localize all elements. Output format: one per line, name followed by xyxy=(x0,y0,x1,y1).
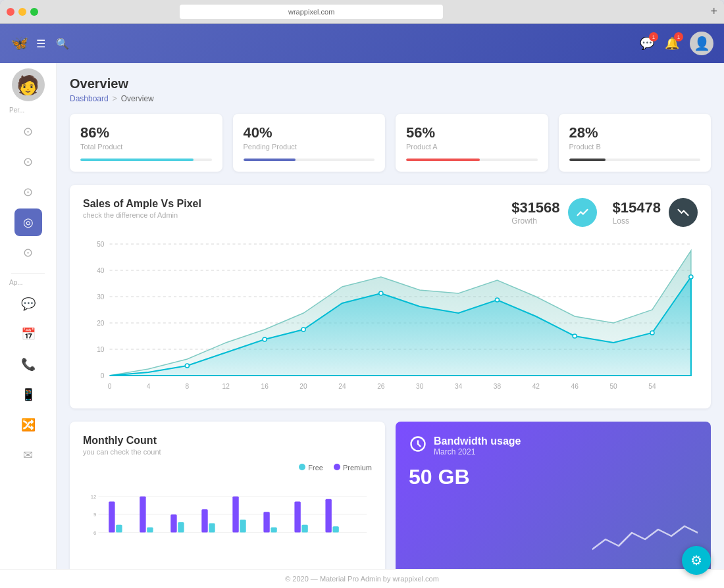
breadcrumb-dashboard[interactable]: Dashboard xyxy=(70,94,109,103)
sidebar-item-clock1[interactable]: ⊙ xyxy=(14,118,42,145)
page-title: Overview xyxy=(70,76,711,91)
sidebar-item-transfer[interactable]: 🔀 xyxy=(14,411,42,439)
svg-text:20: 20 xyxy=(299,383,307,390)
sidebar-item-calendar[interactable]: 📅 xyxy=(14,320,42,348)
stat-card-product-b: 28% Product B xyxy=(559,114,711,172)
sidebar-apps: 💬 📅 📞 📱 🔀 ✉ xyxy=(0,289,56,470)
bandwidth-icon xyxy=(409,435,427,457)
stat-label-b: Product B xyxy=(569,143,701,151)
bandwidth-title-area: Bandwidth usage March 2021 xyxy=(434,435,521,456)
stat-percent-a: 56% xyxy=(406,124,538,141)
monthly-subtitle: you can check the count xyxy=(83,448,372,456)
stat-percent-total: 86% xyxy=(80,124,212,141)
svg-rect-47 xyxy=(147,527,153,533)
breadcrumb-overview: Overview xyxy=(121,94,154,103)
svg-text:9: 9 xyxy=(93,512,96,518)
sidebar-avatar: 🧑 xyxy=(12,68,45,101)
svg-text:24: 24 xyxy=(338,383,346,390)
sidebar-item-clock4[interactable]: ⊙ xyxy=(14,239,42,266)
nav-logo: 🦋 xyxy=(11,35,28,52)
notifications-button[interactable]: 🔔 1 xyxy=(665,36,679,51)
stat-bar-fill-pending xyxy=(244,159,296,161)
area-chart: 0 10 20 30 40 50 60 0 4 8 12 1 xyxy=(83,237,698,395)
svg-text:50: 50 xyxy=(609,383,617,390)
svg-text:10: 10 xyxy=(97,346,105,353)
nav-right: 💬 1 🔔 1 👤 xyxy=(640,32,713,55)
bandwidth-title: Bandwidth usage xyxy=(434,435,521,447)
svg-rect-57 xyxy=(301,525,307,533)
stat-label-pending: Pending Product xyxy=(244,143,375,151)
svg-line-62 xyxy=(418,444,421,447)
legend-free: Free xyxy=(299,464,323,472)
loss-icon[interactable] xyxy=(669,198,698,227)
stat-card-total-product: 86% Total Product xyxy=(70,114,222,172)
maximize-dot[interactable] xyxy=(30,8,38,16)
sidebar-item-phone2[interactable]: 📱 xyxy=(14,381,42,408)
bandwidth-date: March 2021 xyxy=(434,447,521,456)
sidebar-item-phone1[interactable]: 📞 xyxy=(14,351,42,378)
bandwidth-value: 50 GB xyxy=(409,465,698,489)
messages-badge: 1 xyxy=(649,32,658,41)
svg-text:46: 46 xyxy=(571,383,579,390)
sidebar-item-clock3[interactable]: ⊙ xyxy=(14,178,42,206)
svg-text:20: 20 xyxy=(97,320,105,327)
avatar[interactable]: 👤 xyxy=(690,32,713,55)
notifications-badge: 1 xyxy=(674,32,683,41)
svg-point-33 xyxy=(379,291,383,295)
svg-rect-46 xyxy=(140,497,145,533)
svg-rect-56 xyxy=(294,502,300,533)
stat-card-product-a: 56% Product A xyxy=(396,114,548,172)
browser-toolbar: wrappixel.com + xyxy=(0,0,724,24)
sidebar-item-active[interactable]: ◎ xyxy=(14,208,42,236)
monthly-bar-chart: 6 9 12 xyxy=(83,477,372,562)
svg-rect-54 xyxy=(263,512,269,532)
stat-label-total: Total Product xyxy=(80,143,212,151)
sidebar-item-clock2[interactable]: ⊙ xyxy=(14,148,42,176)
browser-window: wrappixel.com + 🦋 ☰ 🔍 💬 1 🔔 1 👤 xyxy=(0,0,724,588)
settings-fab[interactable]: ⚙ xyxy=(682,546,711,575)
sidebar-divider xyxy=(11,273,45,274)
messages-button[interactable]: 💬 1 xyxy=(640,36,654,51)
new-tab-button[interactable]: + xyxy=(710,5,717,18)
svg-point-35 xyxy=(573,334,577,338)
chart-stat-loss: $15478 Loss xyxy=(613,198,698,227)
minimize-dot[interactable] xyxy=(18,8,26,16)
svg-text:30: 30 xyxy=(97,293,105,301)
svg-text:0: 0 xyxy=(101,372,105,380)
monthly-count-card: Monthly Count you can check the count Fr… xyxy=(70,422,385,569)
loss-label: Loss xyxy=(613,216,661,226)
svg-rect-44 xyxy=(109,502,115,533)
svg-rect-58 xyxy=(325,499,331,533)
chart-subtitle: check the difference of Admin xyxy=(83,211,511,219)
monthly-legend-area: Free Premium xyxy=(83,464,372,477)
chart-section: Sales of Ample Vs Pixel check the differ… xyxy=(70,185,711,408)
bandwidth-card: Bandwidth usage March 2021 50 GB xyxy=(396,422,711,569)
svg-text:50: 50 xyxy=(97,241,105,248)
svg-text:8: 8 xyxy=(186,383,190,390)
chart-title-area: Sales of Ample Vs Pixel check the differ… xyxy=(83,198,511,219)
growth-icon[interactable] xyxy=(568,198,597,227)
stat-card-pending: 40% Pending Product xyxy=(233,114,386,172)
chart-title: Sales of Ample Vs Pixel xyxy=(83,198,511,210)
hamburger-icon[interactable]: ☰ xyxy=(36,37,45,50)
svg-rect-59 xyxy=(332,526,338,532)
svg-rect-49 xyxy=(178,522,184,533)
sidebar-user-label: Per... xyxy=(0,107,24,114)
svg-text:34: 34 xyxy=(455,383,463,390)
top-navbar: 🦋 ☰ 🔍 💬 1 🔔 1 👤 xyxy=(0,24,724,63)
svg-rect-52 xyxy=(232,497,238,533)
loss-value: $15478 xyxy=(613,199,661,216)
svg-text:40: 40 xyxy=(97,267,105,274)
close-dot[interactable] xyxy=(7,8,14,16)
stat-bar-fill-a xyxy=(406,159,480,161)
footer-text: © 2020 — Material Pro Admin by wrappixel… xyxy=(285,575,439,583)
svg-text:54: 54 xyxy=(648,383,656,390)
sidebar-item-chat[interactable]: 💬 xyxy=(14,290,42,318)
sidebar: 🧑 Per... ⊙ ⊙ ⊙ ◎ ⊙ Ap... 💬 📅 📞 📱 🔀 xyxy=(0,63,57,569)
search-icon[interactable]: 🔍 xyxy=(56,37,69,50)
url-bar[interactable]: wrappixel.com xyxy=(180,5,443,19)
legend-dot-premium xyxy=(334,464,340,470)
stat-bar-b xyxy=(569,159,701,161)
chart-stats: $31568 Growth $15478 Loss xyxy=(511,198,698,227)
sidebar-item-email[interactable]: ✉ xyxy=(14,441,42,469)
